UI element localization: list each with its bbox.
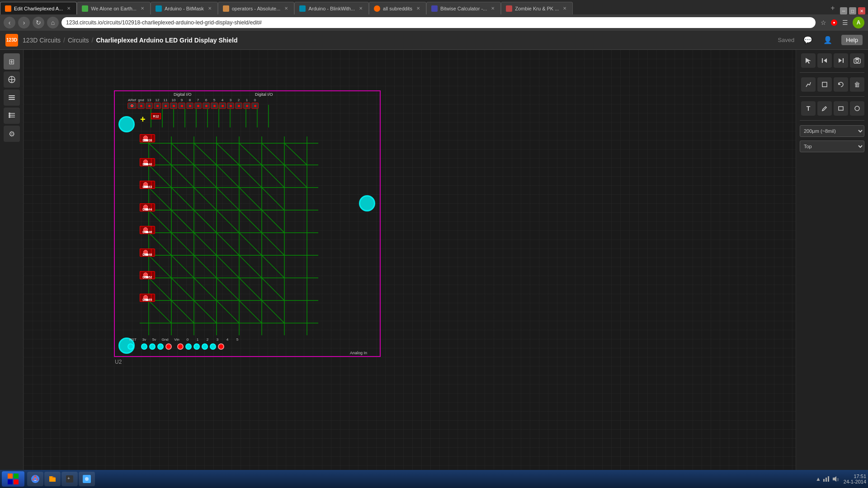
pin-aref: ARef [127,98,137,102]
svg-line-76 [239,255,262,278]
menu-icon[interactable]: ☰ [840,18,850,28]
taskbar-app-chrome[interactable] [27,472,43,486]
extensions-icon[interactable]: ● [831,19,837,26]
bottom-pin-a4 [210,343,216,350]
bottom-pin-a3 [202,343,208,350]
tab-arduino-bitmask[interactable]: Arduino - BitMask ✕ [151,2,218,14]
refresh-btn[interactable]: ↻ [33,17,44,28]
taskbar-app-files[interactable] [44,472,61,486]
camera-btn[interactable] [850,53,864,68]
adjust-tool-btn[interactable] [4,71,20,88]
taskbar-app-paint[interactable] [79,472,95,486]
grid-tool-btn[interactable]: ⊞ [4,53,20,70]
svg-rect-104 [14,474,19,479]
rewind-btn[interactable] [817,53,832,68]
pin-2: 2 [235,98,242,102]
svg-rect-103 [8,474,13,479]
svg-text:+: + [67,476,70,481]
close-btn[interactable]: ✕ [858,7,865,14]
route-btn[interactable] [801,77,816,92]
svg-line-50 [217,165,239,188]
tab-close-btn[interactable]: ✕ [66,5,72,12]
new-tab-btn[interactable]: + [828,2,837,14]
svg-line-71 [262,233,284,255]
tab-close-btn[interactable]: ✕ [490,5,496,12]
refresh-btn-rt[interactable] [834,77,848,92]
tab-close-btn[interactable]: ✕ [358,5,364,12]
text-btn[interactable]: T [801,101,816,116]
tab-bitwise-calc[interactable]: Bitwise Calculator -... ✕ [426,2,501,14]
saved-status: Saved [778,37,794,43]
breadcrumb-home[interactable]: 123D Circuits [23,37,61,44]
pin-circle-6 [203,103,210,109]
cut-btn[interactable] [817,77,832,92]
width-dropdown[interactable]: 200μm (~8mil) [800,125,864,137]
bottom-pin-rst [127,343,134,350]
user-avatar[interactable]: A [853,17,864,28]
pin-5v: 5v [150,338,158,342]
pin-circle-10 [170,103,177,109]
forward-btn[interactable]: › [18,17,30,28]
svg-line-57 [217,188,239,210]
connector-right[interactable] [359,195,375,211]
bottom-pin-gnd [157,343,164,350]
svg-line-86 [194,300,217,323]
app-logo: 123D [5,34,18,47]
tab-close-btn[interactable]: ✕ [207,5,213,12]
minimize-btn[interactable]: ─ [840,7,847,14]
svg-line-56 [194,188,217,210]
taskbar-app-calc[interactable]: + [61,472,78,486]
taskbar-clock[interactable]: 17:51 24-1-2014 [844,474,866,484]
tab-close-btn[interactable]: ✕ [139,5,146,12]
back-btn[interactable]: ‹ [4,17,15,28]
tab-operators-absolute[interactable]: operators - Absolute... ✕ [218,2,295,14]
list-tool-btn[interactable] [4,108,20,124]
start-button[interactable] [2,471,24,487]
svg-marker-91 [824,58,827,63]
bottom-pins-row [127,343,224,350]
main-layout: ⊞ ⚙ [0,50,868,470]
delete-btn[interactable]: 🗑 [850,77,864,92]
taskbar-arrow-icon[interactable]: ▲ [816,476,821,482]
address-box[interactable]: 123d.circuits.io/circuits/102918-charlie… [61,17,816,28]
pointer-tool-btn[interactable] [801,53,816,68]
home-btn[interactable]: ⌂ [47,17,59,28]
layers-tool-btn[interactable] [4,89,20,106]
help-button[interactable]: Help [841,35,863,45]
user-icon[interactable]: 👤 [821,34,834,47]
breadcrumb-circuits[interactable]: Circuits [68,37,89,44]
connector-top-left[interactable] [118,116,135,132]
forward-btn[interactable] [834,53,848,68]
ellipse-btn[interactable] [850,101,864,116]
canvas-area[interactable]: + [24,50,796,470]
settings-tool-btn[interactable]: ⚙ [4,126,20,142]
bottom-pin-a5 [218,343,224,350]
pcb-board[interactable]: Digital I/O Digital I/O ARef gnd 13 12 1… [114,90,381,357]
svg-line-62 [194,210,217,233]
tab-we-alone[interactable]: We Alone on Earth... ✕ [77,2,151,14]
tab-close-btn[interactable]: ✕ [561,5,568,12]
tab-arduino-blinkwith[interactable]: Arduino - BlinkWith... ✕ [294,2,369,14]
layer-dropdown[interactable]: Top [800,141,864,152]
tab-close-btn[interactable]: ✕ [415,5,421,12]
pin-a4: 4 [223,338,231,342]
rt-divider-1 [800,72,864,73]
pin-3: 3 [227,98,234,102]
pencil-btn[interactable] [817,101,832,116]
svg-line-84 [149,300,171,323]
left-toolbar: ⊞ ⚙ [0,50,24,470]
resistor-r12[interactable]: R12 [151,113,161,119]
breadcrumb-current: Charlieplexed Arduino LED Grid Display S… [96,37,237,44]
tab-label: Arduino - BitMask [165,6,204,11]
tab-zombie-kru[interactable]: Zombie Kru & PK ... ✕ [501,2,573,14]
tab-edit-charlieplexed[interactable]: Edit Charlieplexed A... ✕ [0,2,77,14]
svg-line-64 [239,210,262,233]
tab-all-subreddits[interactable]: all subreddits ✕ [369,2,426,14]
svg-marker-117 [833,476,836,482]
logo-text: 123D [6,38,17,42]
rect-btn[interactable] [834,101,848,116]
comment-icon[interactable]: 💬 [802,34,814,47]
tab-close-btn[interactable]: ✕ [283,5,289,12]
bookmark-icon[interactable]: ☆ [818,18,828,28]
maximize-btn[interactable]: □ [849,7,856,14]
